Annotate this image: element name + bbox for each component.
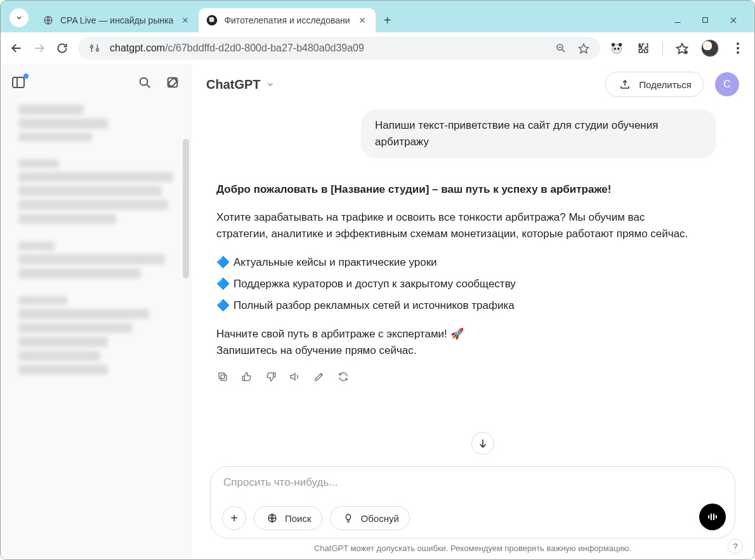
- extension-panda-icon[interactable]: [609, 41, 624, 56]
- url-domain: chatgpt.com: [110, 42, 165, 53]
- svg-point-14: [91, 45, 93, 48]
- composer-input[interactable]: [222, 476, 723, 490]
- svg-point-24: [617, 48, 620, 50]
- svg-rect-41: [219, 373, 225, 379]
- list-item: 🔷Поддержка кураторов и доступ к закрытом…: [216, 276, 699, 292]
- reason-label: Обоснуй: [361, 513, 399, 524]
- svg-point-23: [614, 48, 616, 50]
- bookmark-star-icon[interactable]: [576, 41, 591, 56]
- new-tab-button[interactable]: +: [378, 11, 397, 30]
- nav-back-button[interactable]: [10, 41, 23, 55]
- browser-tab-active[interactable]: Фитотелепатия и исследовани: [199, 8, 375, 32]
- assistant-paragraph: Хотите зарабатывать на трафике и освоить…: [216, 209, 699, 243]
- favorites-star-icon[interactable]: [674, 41, 690, 56]
- address-bar[interactable]: chatgpt.com/c/67bddffd-d2d0-800d-ba27-b4…: [78, 37, 600, 60]
- extensions-puzzle-icon[interactable]: [636, 41, 651, 56]
- reason-button[interactable]: Обоснуй: [330, 506, 410, 530]
- copy-icon[interactable]: [216, 370, 229, 383]
- nav-forward-button: [32, 41, 46, 55]
- assistant-message: Добро пожаловать в [Название студии] – в…: [216, 181, 699, 384]
- chevron-down-icon: [266, 80, 275, 89]
- tabs-dropdown-button[interactable]: [10, 8, 29, 27]
- web-search-button[interactable]: Поиск: [254, 506, 322, 530]
- assistant-heading: Добро пожаловать в [Название студии] – в…: [216, 181, 699, 198]
- model-selector[interactable]: ChatGPT: [206, 77, 275, 92]
- diamond-icon: 🔷: [216, 278, 230, 290]
- browser-tab[interactable]: CPA Live — инсайды рынка: [35, 8, 199, 32]
- nav-reload-button[interactable]: [55, 41, 69, 55]
- svg-rect-7: [703, 18, 708, 23]
- footer-text: ChatGPT может допускать ошибки. Рекоменд…: [314, 544, 631, 553]
- globe-icon: [265, 511, 280, 526]
- notification-dot: [23, 74, 29, 79]
- user-message: Напиши текст-приветствие на сайт для сту…: [361, 110, 716, 159]
- thumbs-down-icon[interactable]: [265, 370, 277, 383]
- assistant-paragraph: Начните свой путь в арбитраже с эксперта…: [216, 326, 699, 360]
- sidebar-conversation-list[interactable]: [1, 101, 190, 559]
- sidebar-scrollbar[interactable]: [183, 139, 189, 278]
- regenerate-icon[interactable]: [337, 370, 350, 383]
- site-settings-icon[interactable]: [87, 41, 102, 56]
- bulb-icon: [341, 511, 356, 526]
- scroll-to-bottom-button[interactable]: [471, 432, 494, 455]
- list-item: 🔷Полный разбор рекламных сетей и источни…: [216, 297, 699, 314]
- search-label: Поиск: [285, 513, 312, 524]
- assistant-bullet-list: 🔷Актуальные кейсы и практические уроки 🔷…: [216, 254, 699, 315]
- conversation-area: Напиши текст-приветствие на сайт для сту…: [191, 105, 754, 459]
- main-header: ChatGPT Поделиться C: [191, 64, 754, 105]
- svg-rect-40: [221, 375, 226, 381]
- close-tab-icon[interactable]: [180, 15, 191, 26]
- chatgpt-favicon-icon: [206, 15, 218, 26]
- share-button[interactable]: Поделиться: [605, 72, 704, 97]
- window-maximize-button[interactable]: [701, 16, 714, 25]
- voice-input-button[interactable]: [699, 504, 726, 530]
- message-actions: [216, 370, 699, 383]
- diamond-icon: 🔷: [216, 256, 230, 268]
- svg-point-21: [612, 42, 615, 46]
- url-path: /c/67bddffd-d2d0-800d-ba27-b480a0d39a09: [165, 42, 364, 53]
- help-button[interactable]: ?: [728, 538, 743, 554]
- svg-point-22: [619, 42, 622, 46]
- browser-menu-button[interactable]: [730, 41, 745, 56]
- close-tab-icon[interactable]: [357, 15, 368, 26]
- edit-icon[interactable]: [313, 370, 325, 383]
- speaker-icon[interactable]: [289, 370, 301, 383]
- globe-icon: [43, 15, 54, 26]
- upload-icon: [617, 77, 633, 92]
- svg-point-35: [140, 78, 148, 86]
- new-chat-icon[interactable]: [165, 75, 180, 90]
- search-icon[interactable]: [137, 75, 152, 90]
- svg-rect-33: [13, 77, 24, 88]
- footer: ChatGPT может допускать ошибки. Рекоменд…: [191, 542, 754, 559]
- model-label: ChatGPT: [206, 77, 261, 92]
- browser-profile-avatar[interactable]: [701, 39, 719, 57]
- svg-marker-42: [291, 374, 295, 381]
- browser-toolbar: chatgpt.com/c/67bddffd-d2d0-800d-ba27-b4…: [1, 32, 754, 64]
- share-label: Поделиться: [639, 79, 692, 90]
- composer: + Поиск Обоснуй: [210, 466, 735, 538]
- svg-line-36: [147, 85, 150, 88]
- diamond-icon: 🔷: [216, 299, 230, 311]
- svg-point-32: [737, 51, 739, 54]
- thumbs-up-icon[interactable]: [240, 370, 253, 383]
- window-minimize-button[interactable]: [673, 16, 686, 25]
- zoom-icon[interactable]: [553, 41, 568, 56]
- account-initial: C: [723, 79, 731, 90]
- svg-point-15: [96, 48, 99, 51]
- list-item: 🔷Актуальные кейсы и практические уроки: [216, 254, 699, 271]
- tab-title: Фитотелепатия и исследовани: [224, 15, 350, 25]
- svg-point-30: [737, 42, 739, 45]
- browser-tabstrip: CPA Live — инсайды рынка Фитотелепатия и…: [1, 1, 754, 32]
- window-close-button[interactable]: [729, 16, 742, 25]
- attach-button[interactable]: +: [222, 506, 246, 530]
- svg-point-31: [737, 47, 739, 49]
- account-avatar[interactable]: C: [715, 72, 739, 96]
- svg-marker-19: [579, 44, 589, 53]
- svg-line-17: [562, 49, 565, 52]
- toggle-sidebar-icon[interactable]: [11, 75, 26, 90]
- tab-title: CPA Live — инсайды рынка: [60, 15, 173, 25]
- sidebar: [1, 64, 191, 559]
